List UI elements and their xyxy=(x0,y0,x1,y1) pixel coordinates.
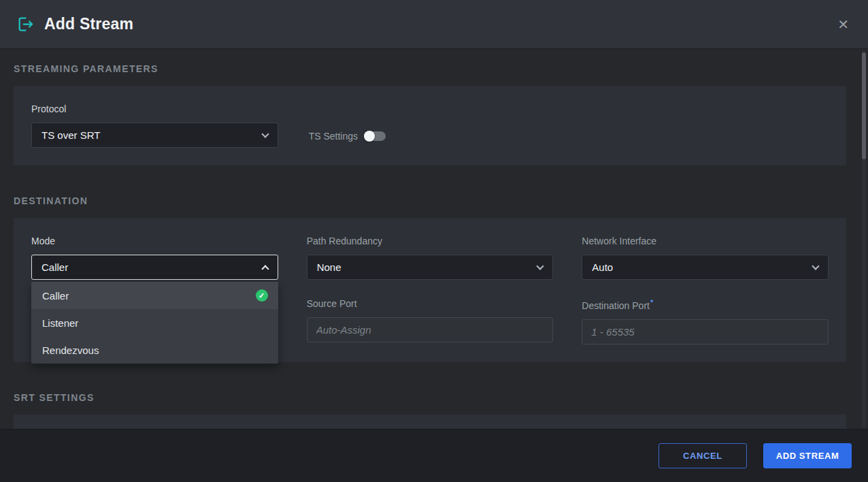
menu-item-label: Rendezvous xyxy=(42,344,99,356)
destination-port-field: Destination Port* xyxy=(582,298,829,344)
menu-item-label: Listener xyxy=(42,317,78,329)
chevron-down-icon xyxy=(261,130,269,138)
destination-port-label: Destination Port* xyxy=(582,298,829,311)
modal-header: Add Stream ✕ xyxy=(0,0,868,49)
ts-settings-label: TS Settings xyxy=(309,131,358,142)
mode-select[interactable]: Caller xyxy=(31,255,278,280)
add-stream-button[interactable]: ADD STREAM xyxy=(763,443,852,468)
path-redundancy-select[interactable]: None xyxy=(307,255,554,280)
network-interface-select-value: Auto xyxy=(592,261,613,273)
menu-item-label: Caller xyxy=(42,290,69,302)
ts-settings-row: TS Settings xyxy=(309,131,386,142)
protocol-field: Protocol TS over SRT xyxy=(31,103,278,148)
network-interface-field: Network Interface Auto xyxy=(582,236,829,280)
menu-item-rendezvous[interactable]: Rendezvous xyxy=(31,336,278,364)
protocol-label: Protocol xyxy=(31,103,278,114)
section-heading-destination: DESTINATION xyxy=(14,195,846,206)
source-port-field: Source Port xyxy=(307,298,554,344)
required-mark: * xyxy=(650,298,653,306)
modal-body: STREAMING PARAMETERS Protocol TS over SR… xyxy=(0,49,868,429)
source-port-label: Source Port xyxy=(307,298,554,309)
path-redundancy-select-value: None xyxy=(317,261,341,273)
chevron-down-icon xyxy=(812,262,819,270)
srt-settings-panel: Latency (ms)* xyxy=(14,415,846,429)
mode-select-wrap: Caller Caller ✓ Listener Rendezvous xyxy=(31,255,278,280)
destination-port-input[interactable] xyxy=(582,319,829,344)
network-interface-label: Network Interface xyxy=(582,236,829,246)
mode-field: Mode Caller Caller ✓ Listener xyxy=(31,236,278,280)
menu-item-caller[interactable]: Caller ✓ xyxy=(31,282,278,309)
title-wrap: Add Stream xyxy=(16,15,133,33)
ts-settings-toggle[interactable] xyxy=(365,131,386,141)
protocol-select[interactable]: TS over SRT xyxy=(31,123,278,148)
destination-panel: Mode Caller Caller ✓ Listener xyxy=(14,218,846,362)
scrollbar-thumb[interactable] xyxy=(862,52,866,159)
section-heading-srt-settings: SRT SETTINGS xyxy=(14,392,846,403)
cancel-button[interactable]: CANCEL xyxy=(658,443,747,468)
chevron-down-icon xyxy=(537,262,544,270)
network-interface-select[interactable]: Auto xyxy=(582,255,829,280)
close-icon[interactable]: ✕ xyxy=(837,18,849,31)
source-port-input[interactable] xyxy=(307,317,554,342)
section-heading-streaming-parameters: STREAMING PARAMETERS xyxy=(14,63,846,74)
streaming-parameters-panel: Protocol TS over SRT TS Settings xyxy=(14,86,846,165)
mode-label: Mode xyxy=(31,236,278,246)
mode-dropdown-menu: Caller ✓ Listener Rendezvous xyxy=(31,282,278,364)
modal-footer: CANCEL ADD STREAM xyxy=(0,429,868,482)
modal-title: Add Stream xyxy=(44,15,133,33)
toggle-knob-icon xyxy=(364,131,375,142)
chevron-up-icon xyxy=(261,265,269,272)
path-redundancy-field: Path Redundancy None xyxy=(307,236,554,280)
checkmark-icon: ✓ xyxy=(256,289,268,302)
protocol-select-value: TS over SRT xyxy=(41,129,100,141)
destination-port-label-text: Destination Port xyxy=(582,300,650,311)
add-stream-modal: Add Stream ✕ STREAMING PARAMETERS Protoc… xyxy=(0,0,868,482)
mode-select-value: Caller xyxy=(41,261,68,273)
path-redundancy-label: Path Redundancy xyxy=(307,236,554,246)
menu-item-listener[interactable]: Listener xyxy=(31,309,278,336)
add-stream-icon xyxy=(16,15,35,33)
